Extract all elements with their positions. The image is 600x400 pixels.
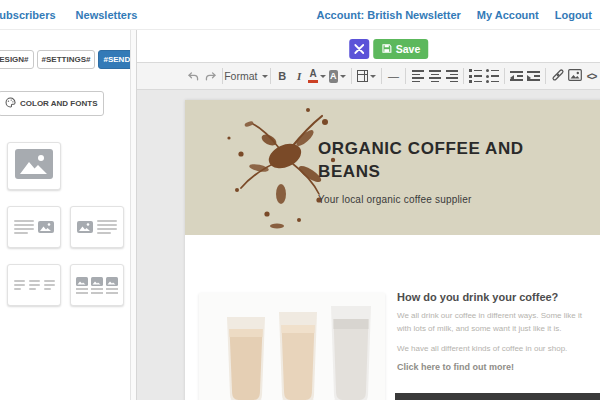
block-image-columns[interactable]: [70, 264, 124, 306]
align-left-icon: [412, 70, 424, 82]
image-icon: [568, 69, 582, 83]
text-image-layout-icon: [14, 220, 54, 234]
format-dropdown[interactable]: Format: [226, 65, 267, 87]
nav-account[interactable]: Account: British Newsletter: [317, 9, 461, 21]
email-body-section[interactable]: How do you drink your coffee? We all dri…: [185, 235, 600, 400]
chevron-down-icon: [320, 75, 326, 78]
bold-button[interactable]: B: [274, 65, 291, 87]
chevron-down-icon: [340, 75, 346, 78]
email-header-text: ORGANIC COFFEE AND BEANS Your local orga…: [318, 138, 558, 205]
sidebar-scrollbar[interactable]: [130, 30, 137, 400]
image-button[interactable]: [566, 65, 583, 87]
outdent-icon: [510, 71, 523, 81]
editor-toolbar: Format B I A A —: [137, 62, 600, 90]
align-center-button[interactable]: [426, 65, 443, 87]
block-text-columns[interactable]: [7, 264, 61, 306]
email-text-column[interactable]: How do you drink your coffee? We all dri…: [397, 291, 597, 372]
newsletter-editor: Save Format B I A A —: [137, 30, 600, 400]
email-paragraph: We all drink our coffee in different way…: [397, 310, 597, 336]
tab-settings[interactable]: #SETTINGS#: [37, 50, 96, 69]
editor-actions: Save: [349, 39, 429, 59]
outdent-button[interactable]: [508, 65, 525, 87]
chevron-down-icon: [370, 75, 376, 78]
nav-my-account[interactable]: My Account: [477, 9, 539, 21]
coffee-glasses-image: [199, 293, 385, 400]
email-next-section-strip: [395, 393, 600, 400]
image-block-icon: [15, 149, 53, 183]
source-code-button[interactable]: <>: [583, 65, 600, 87]
redo-button[interactable]: [202, 65, 219, 87]
color-and-fonts-button[interactable]: COLOR AND FONTS: [0, 91, 104, 116]
save-label: Save: [396, 43, 421, 55]
tab-send[interactable]: #SEND#: [98, 50, 130, 69]
save-button[interactable]: Save: [373, 39, 429, 59]
align-right-icon: [446, 70, 458, 82]
indent-icon: [527, 71, 540, 81]
color-and-fonts-label: COLOR AND FONTS: [20, 99, 97, 108]
align-right-button[interactable]: [443, 65, 460, 87]
palette-icon: [5, 97, 16, 110]
save-icon: [381, 43, 392, 56]
text-color-button[interactable]: A: [308, 65, 327, 87]
email-title: ORGANIC COFFEE AND BEANS: [318, 138, 533, 184]
table-button[interactable]: [355, 65, 378, 87]
email-preview[interactable]: ORGANIC COFFEE AND BEANS Your local orga…: [185, 100, 600, 400]
background-color-button[interactable]: A: [327, 65, 348, 87]
topbar-right-nav: Account: British Newsletter My Account L…: [317, 9, 592, 21]
text-columns-layout-icon: [14, 280, 55, 290]
email-cta-text: Click here to find out more!: [397, 362, 597, 372]
bullet-list-icon: [486, 69, 499, 83]
nav-subscribers[interactable]: Subscribers: [0, 9, 56, 21]
table-icon: [357, 70, 368, 82]
topbar-left-nav: Subscribers Newsletters: [0, 9, 137, 21]
email-paragraph: We have all different kinds of coffee in…: [397, 343, 597, 356]
topbar: Subscribers Newsletters Account: British…: [0, 0, 600, 30]
email-body-heading: How do you drink your coffee?: [397, 291, 597, 303]
image-text-layout-icon: [77, 220, 117, 234]
background-color-icon: A: [329, 70, 338, 83]
tab-design[interactable]: #DESIGN#: [0, 50, 34, 69]
text-color-icon: A: [308, 69, 318, 83]
link-button[interactable]: [549, 65, 566, 87]
undo-button[interactable]: [185, 65, 202, 87]
bullet-list-button[interactable]: [484, 65, 501, 87]
chevron-down-icon: [262, 75, 268, 78]
numbered-list-icon: [469, 69, 482, 83]
nav-newsletters[interactable]: Newsletters: [76, 9, 138, 21]
format-label: Format: [224, 70, 257, 82]
align-left-button[interactable]: [409, 65, 426, 87]
nav-logout[interactable]: Logout: [555, 9, 592, 21]
italic-button[interactable]: I: [291, 65, 308, 87]
align-center-icon: [429, 70, 441, 82]
block-palette: [0, 142, 130, 306]
email-header-section[interactable]: ORGANIC COFFEE AND BEANS Your local orga…: [185, 100, 600, 235]
image-columns-layout-icon: [76, 277, 118, 294]
numbered-list-button[interactable]: [467, 65, 484, 87]
close-button[interactable]: [349, 39, 369, 59]
indent-button[interactable]: [525, 65, 542, 87]
editor-canvas[interactable]: ORGANIC COFFEE AND BEANS Your local orga…: [137, 90, 600, 400]
block-image-with-text[interactable]: [70, 206, 124, 248]
block-text-with-image[interactable]: [7, 206, 61, 248]
close-icon: [354, 42, 364, 57]
link-icon: [551, 68, 565, 84]
block-image[interactable]: [7, 142, 61, 190]
design-sidebar: #DESIGN# #SETTINGS# #SEND# COLOR AND FON…: [0, 30, 130, 400]
sidebar-tabs: #DESIGN# #SETTINGS# #SEND#: [0, 50, 130, 69]
email-subtitle: Your local organic coffee supplier: [318, 194, 558, 205]
horizontal-rule-button[interactable]: —: [385, 65, 402, 87]
